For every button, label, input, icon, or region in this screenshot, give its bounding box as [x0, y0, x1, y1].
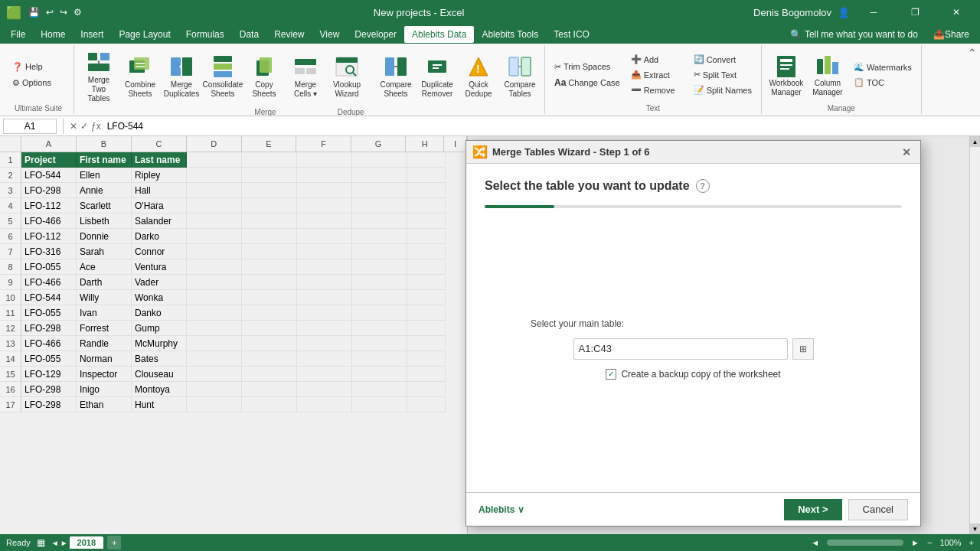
- zoom-out-button[interactable]: −: [927, 538, 932, 547]
- wizard-close-button[interactable]: ✕: [899, 145, 914, 160]
- menu-file[interactable]: File: [3, 26, 33, 43]
- trim-spaces-button[interactable]: ✂ Trim Spaces: [550, 60, 625, 74]
- cell-h1[interactable]: [407, 152, 446, 168]
- toc-button[interactable]: 📋 TOC: [849, 75, 916, 90]
- cell-c2[interactable]: Ripley: [132, 168, 187, 183]
- cell-d1[interactable]: [187, 152, 242, 168]
- backup-checkbox[interactable]: ✓: [606, 369, 616, 380]
- vertical-scrollbar[interactable]: ▲ ▼: [969, 136, 980, 534]
- close-button[interactable]: ✕: [939, 0, 974, 24]
- tell-me-box[interactable]: 🔍 Tell me what you want to do: [782, 26, 926, 43]
- menu-developer[interactable]: Developer: [347, 26, 404, 43]
- horizontal-scroll-right[interactable]: ►: [911, 538, 920, 547]
- consolidate-sheets-button[interactable]: ConsolidateSheets: [203, 51, 243, 102]
- redo-icon[interactable]: ↪: [57, 5, 70, 19]
- compare-tables-button[interactable]: CompareTables: [500, 51, 540, 102]
- scroll-up-button[interactable]: ▲: [970, 136, 981, 147]
- scroll-sheets-left[interactable]: ◄: [51, 539, 59, 547]
- cancel-button[interactable]: Cancel: [848, 499, 908, 520]
- merge-cells-button[interactable]: MergeCells ▾: [286, 51, 325, 102]
- menu-home[interactable]: Home: [33, 26, 73, 43]
- cell-reference-input[interactable]: A1: [3, 119, 57, 134]
- cell-e1[interactable]: [242, 152, 297, 168]
- sheet-tab-2018[interactable]: 2018: [70, 536, 103, 549]
- col-header-b[interactable]: B: [77, 136, 132, 152]
- menu-page-layout[interactable]: Page Layout: [111, 26, 178, 43]
- col-header-h[interactable]: H: [406, 136, 444, 152]
- status-cell-mode-icon: ▦: [37, 537, 45, 548]
- cell-b1[interactable]: First name: [77, 152, 132, 168]
- minimize-button[interactable]: ─: [856, 0, 891, 24]
- split-text-button[interactable]: ✂ Split Text: [689, 67, 756, 82]
- wizard-help-button[interactable]: ?: [696, 179, 710, 193]
- change-case-button[interactable]: Aa Change Case: [550, 75, 625, 90]
- cell-a1[interactable]: Project: [21, 152, 77, 168]
- col-header-g[interactable]: G: [351, 136, 407, 152]
- remove-button[interactable]: ➖ Remove: [626, 83, 688, 97]
- customize-icon[interactable]: ⚙: [71, 5, 84, 19]
- menu-formulas[interactable]: Formulas: [178, 26, 232, 43]
- col-header-e[interactable]: E: [242, 136, 297, 152]
- vlookup-wizard-button[interactable]: VlookupWizard: [327, 51, 367, 102]
- menu-insert[interactable]: Insert: [73, 26, 111, 43]
- share-button[interactable]: 📤 Share: [926, 26, 977, 43]
- merge-duplicates-button[interactable]: MergeDuplicates: [162, 51, 201, 102]
- col-header-f[interactable]: F: [296, 136, 351, 152]
- cell-d2[interactable]: [187, 168, 242, 183]
- add-button[interactable]: ➕ Add: [626, 52, 688, 67]
- cell-h2[interactable]: [407, 168, 446, 183]
- cell-b2[interactable]: Ellen: [77, 168, 132, 183]
- extract-button[interactable]: 📤 Extract: [626, 67, 688, 82]
- menu-review[interactable]: Review: [266, 26, 312, 43]
- menu-ablebits-tools[interactable]: Ablebits Tools: [474, 26, 546, 43]
- menu-view[interactable]: View: [312, 26, 348, 43]
- cell-g1[interactable]: [352, 152, 407, 168]
- ablebits-brand[interactable]: Ablebits ∨: [479, 504, 524, 515]
- cell-f1[interactable]: [297, 152, 352, 168]
- quick-dedupe-button[interactable]: ! QuickDedupe: [459, 51, 498, 102]
- split-names-button[interactable]: 📝 Split Names: [689, 83, 756, 97]
- menu-ablebits-data[interactable]: Ablebits Data: [404, 26, 474, 43]
- watermarks-button[interactable]: 🌊 Watermarks: [849, 60, 916, 74]
- col-header-c[interactable]: C: [132, 136, 187, 152]
- cell-a2[interactable]: LFO-544: [21, 168, 77, 183]
- column-manager-button[interactable]: ColumnManager: [808, 50, 848, 100]
- zoom-in-button[interactable]: +: [969, 538, 974, 547]
- cell-b3[interactable]: Annie: [77, 183, 132, 198]
- col-header-i[interactable]: I: [444, 136, 467, 152]
- col-header-d[interactable]: D: [187, 136, 242, 152]
- options-button[interactable]: ⚙ Options: [8, 76, 69, 90]
- cell-a3[interactable]: LFO-298: [21, 183, 77, 198]
- scroll-down-button[interactable]: ▼: [970, 523, 981, 534]
- merge-two-tables-button[interactable]: MergeTwo Tables: [79, 47, 119, 106]
- horizontal-scroll-left[interactable]: ◄: [811, 538, 819, 547]
- add-sheet-button[interactable]: +: [107, 536, 121, 549]
- undo-icon[interactable]: ↩: [44, 5, 56, 19]
- cell-c1[interactable]: Last name: [132, 152, 187, 168]
- wizard-main-table-input[interactable]: A1:C43: [573, 338, 788, 360]
- col-header-a[interactable]: A: [21, 136, 77, 152]
- formula-input[interactable]: LFO-544: [104, 121, 977, 132]
- scroll-sheets-right[interactable]: ►: [60, 539, 68, 547]
- horizontal-scrollbar[interactable]: [827, 540, 903, 546]
- convert-button[interactable]: 🔄 Convert: [689, 52, 756, 67]
- cell-e2[interactable]: [242, 168, 297, 183]
- help-button[interactable]: ❓ Help: [8, 60, 69, 74]
- compare-sheets-button[interactable]: CompareSheets: [376, 51, 416, 102]
- workbook-manager-button[interactable]: WorkbookManager: [766, 50, 806, 100]
- copy-sheets-button[interactable]: CopySheets: [244, 51, 284, 102]
- menu-data[interactable]: Data: [232, 26, 266, 43]
- combine-sheets-button[interactable]: CombineSheets: [120, 51, 160, 102]
- wizard-expand-button[interactable]: ⊞: [792, 338, 814, 360]
- cell-c3[interactable]: Hall: [132, 183, 187, 198]
- menu-test-ico[interactable]: Test ICO: [546, 26, 597, 43]
- next-button[interactable]: Next >: [784, 499, 841, 520]
- cell-g2[interactable]: [352, 168, 407, 183]
- restore-button[interactable]: ❐: [897, 0, 933, 24]
- ribbon-collapse-button[interactable]: ⌃: [968, 47, 977, 59]
- duplicate-remover-button[interactable]: DuplicateRemover: [417, 51, 457, 102]
- compare-sheets-icon: [384, 54, 408, 79]
- title-bar-left: 🟩 💾 ↩ ↪ ⚙: [6, 5, 84, 20]
- cell-f2[interactable]: [297, 168, 352, 183]
- save-icon[interactable]: 💾: [26, 5, 42, 19]
